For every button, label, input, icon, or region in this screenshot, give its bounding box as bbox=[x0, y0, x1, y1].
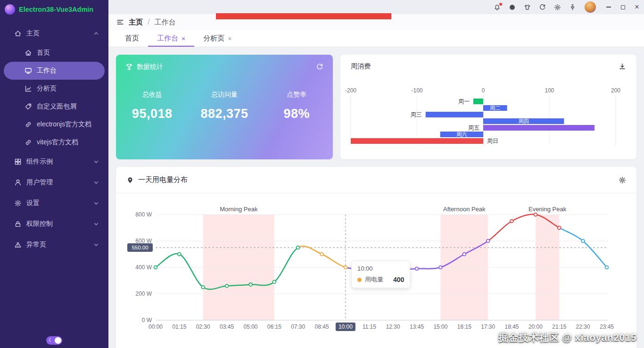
shirt-icon[interactable] bbox=[524, 4, 531, 11]
sidebar-item-electron-docs[interactable]: electronjs官方文档 bbox=[0, 116, 108, 133]
sidebar-item-error-pages[interactable]: 异常页 bbox=[0, 234, 108, 255]
dark-mode-toggle[interactable]: ☾ bbox=[46, 336, 62, 345]
svg-text:550.00: 550.00 bbox=[132, 245, 148, 250]
download-icon[interactable] bbox=[619, 63, 626, 70]
menu-collapse-icon[interactable] bbox=[116, 18, 124, 26]
main-content: 数据统计 总收益95,018总访问量882,375点赞率98% 周消费 -200… bbox=[108, 47, 644, 348]
svg-text:00:00: 00:00 bbox=[149, 323, 163, 330]
stat-label: 点赞率 bbox=[261, 91, 333, 99]
window-controls: × bbox=[602, 0, 644, 14]
warning-icon bbox=[14, 241, 22, 249]
tooltip-series-name: 用电量 bbox=[365, 275, 383, 284]
moon-icon: ☾ bbox=[49, 338, 53, 343]
svg-text:Evening Peak: Evening Peak bbox=[528, 206, 567, 213]
toggle-knob bbox=[55, 337, 61, 344]
stat-label: 总访问量 bbox=[188, 91, 260, 99]
stat-total-visits: 总访问量882,375 bbox=[188, 91, 260, 121]
chevron-down-icon bbox=[92, 220, 100, 228]
tab-label: 首页 bbox=[125, 34, 139, 43]
svg-text:Afternoon Peak: Afternoon Peak bbox=[443, 206, 486, 213]
watermark: 掘金技术社区 @ xiaoyan2015 bbox=[498, 331, 636, 344]
stat-value: 882,375 bbox=[188, 107, 260, 121]
sidebar-item-custom-breadcrumb[interactable]: 自定义面包屑 bbox=[0, 98, 108, 116]
sidebar-item-vite-docs[interactable]: vitejs官方文档 bbox=[0, 133, 108, 151]
lock-icon bbox=[14, 220, 22, 228]
sidebar-item-settings[interactable]: 设置 bbox=[0, 193, 108, 214]
svg-text:周日: 周日 bbox=[487, 138, 498, 144]
tab-index[interactable]: 首页 bbox=[116, 30, 148, 47]
monitor-icon bbox=[25, 67, 32, 75]
titlebar: × bbox=[108, 0, 644, 14]
stats-body: 总收益95,018总访问量882,375点赞率98% bbox=[116, 91, 333, 121]
sidebar-item-label: 异常页 bbox=[26, 240, 46, 249]
svg-text:-200: -200 bbox=[345, 87, 356, 94]
sidebar-item-index[interactable]: 首页 bbox=[0, 44, 108, 62]
top-cards-row: 数据统计 总收益95,018总访问量882,375点赞率98% 周消费 -200… bbox=[116, 55, 636, 159]
stat-total-revenue: 总收益95,018 bbox=[116, 91, 188, 121]
pin-marker-icon bbox=[126, 176, 134, 184]
svg-text:400 W: 400 W bbox=[135, 264, 152, 271]
moon-icon[interactable] bbox=[509, 4, 516, 11]
svg-text:周四: 周四 bbox=[518, 118, 529, 124]
stat-value: 98% bbox=[261, 107, 333, 121]
sidebar-item-components[interactable]: 组件示例 bbox=[0, 151, 108, 172]
svg-text:0 W: 0 W bbox=[142, 317, 152, 323]
svg-text:100: 100 bbox=[545, 87, 554, 94]
svg-text:01:15: 01:15 bbox=[172, 323, 186, 330]
svg-text:05:00: 05:00 bbox=[243, 323, 257, 330]
pin-icon[interactable] bbox=[569, 4, 576, 11]
breadcrumb-current: 工作台 bbox=[154, 18, 175, 27]
svg-text:周五: 周五 bbox=[468, 124, 479, 131]
stat-label: 总收益 bbox=[116, 91, 188, 99]
refresh-icon[interactable] bbox=[316, 63, 323, 71]
svg-text:18:45: 18:45 bbox=[504, 323, 519, 330]
svg-text:Morning Peak: Morning Peak bbox=[220, 206, 258, 213]
tab-workbench[interactable]: 工作台× bbox=[148, 30, 194, 47]
refresh-icon[interactable] bbox=[539, 4, 546, 11]
tab-close-icon[interactable]: × bbox=[182, 35, 185, 42]
sidebar-item-analysis[interactable]: 分析页 bbox=[0, 80, 108, 98]
svg-text:15:00: 15:00 bbox=[433, 323, 447, 330]
maximize-button[interactable] bbox=[616, 0, 630, 14]
svg-text:周三: 周三 bbox=[411, 111, 422, 118]
svg-text:23:45: 23:45 bbox=[600, 323, 614, 330]
sidebar-menu: 主页首页工作台分析页自定义面包屑electronjs官方文档vitejs官方文档… bbox=[0, 19, 108, 348]
sidebar-item-permissions[interactable]: 权限控制 bbox=[0, 214, 108, 234]
sidebar-item-home[interactable]: 主页 bbox=[0, 23, 108, 44]
sidebar-item-users[interactable]: 用户管理 bbox=[0, 172, 108, 193]
svg-text:10:00: 10:00 bbox=[339, 323, 353, 330]
maximize-icon bbox=[621, 5, 625, 9]
bell-icon[interactable] bbox=[494, 4, 501, 11]
user-avatar[interactable] bbox=[585, 1, 596, 13]
chart-icon bbox=[25, 85, 32, 92]
logo-icon bbox=[5, 4, 15, 15]
weekly-bar-chart: -200-1000100200周一周二周三周四周五周六周日 bbox=[340, 83, 636, 156]
chevron-up-icon bbox=[92, 30, 100, 37]
series-marker-icon bbox=[357, 278, 362, 282]
close-button[interactable]: × bbox=[630, 0, 644, 14]
breadcrumb-root[interactable]: 主页 bbox=[129, 18, 143, 27]
minimize-button[interactable] bbox=[602, 0, 616, 14]
svg-text:13:45: 13:45 bbox=[410, 323, 424, 330]
chevron-down-icon bbox=[92, 158, 100, 166]
weekly-consumption-card: 周消费 -200-1000100200周一周二周三周四周五周六周日 bbox=[340, 55, 636, 159]
tab-close-icon[interactable]: × bbox=[228, 35, 231, 42]
sidebar-item-label: 权限控制 bbox=[26, 220, 53, 228]
sidebar-item-label: electronjs官方文档 bbox=[37, 120, 91, 129]
gear-icon[interactable] bbox=[619, 176, 626, 184]
svg-text:11:15: 11:15 bbox=[363, 323, 376, 330]
grid-icon bbox=[14, 158, 22, 166]
tab-label: 分析页 bbox=[203, 34, 224, 43]
titlebar-icons bbox=[494, 4, 576, 11]
tab-analysis[interactable]: 分析页× bbox=[194, 30, 240, 47]
sidebar-item-workbench[interactable]: 工作台 bbox=[4, 62, 105, 80]
svg-text:03:45: 03:45 bbox=[220, 323, 234, 330]
svg-text:0: 0 bbox=[482, 87, 485, 94]
house-icon bbox=[14, 30, 22, 37]
daily-line-chart: 0 W200 W400 W600 W800 WMorning PeakAfter… bbox=[116, 193, 636, 348]
gear-icon[interactable] bbox=[554, 4, 561, 11]
chevron-down-icon bbox=[92, 179, 100, 186]
tooltip-value: 400 bbox=[393, 276, 404, 283]
svg-text:周一: 周一 bbox=[458, 98, 470, 105]
sidebar-item-label: 主页 bbox=[26, 29, 40, 38]
